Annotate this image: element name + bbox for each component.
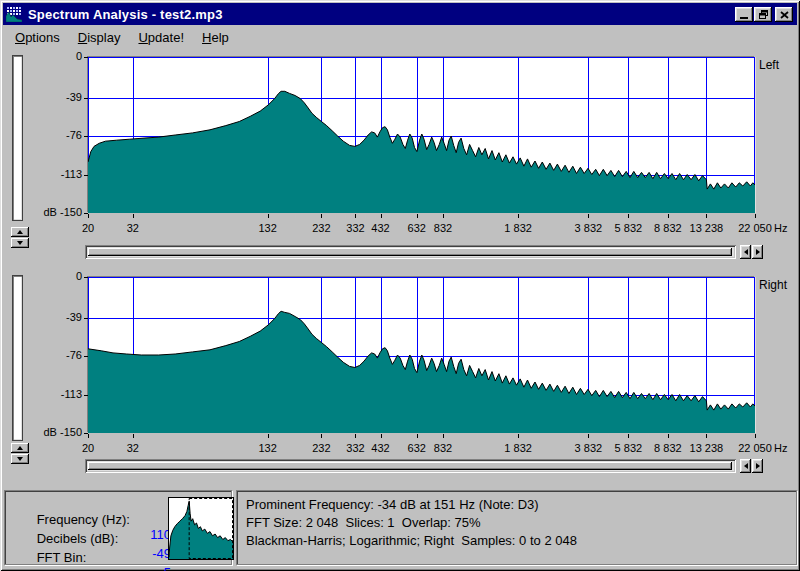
x-tick-mark [355, 214, 356, 218]
x-tick-mark [321, 434, 322, 438]
app-icon [6, 6, 22, 22]
x-tick-label: 22 050 [738, 222, 772, 234]
x-tick-mark [628, 214, 629, 218]
menubar: Options Display Update! Help [6, 28, 238, 46]
y-tick-label: dB -150 [20, 426, 82, 438]
x-tick-mark [268, 434, 269, 438]
x-tick-mark [628, 434, 629, 438]
scrollbar-thumb-left[interactable] [88, 248, 732, 256]
slider-up-button-left[interactable] [11, 227, 29, 237]
x-tick-label: 20 [82, 442, 94, 454]
h-scrollbar-left[interactable] [85, 245, 736, 259]
x-tick-label: 32 [127, 222, 139, 234]
menu-item-help[interactable]: Help [193, 28, 238, 46]
slider-down-button-right[interactable] [11, 454, 29, 464]
down-arrow-icon [17, 241, 23, 245]
menu-item-options[interactable]: Options [6, 28, 69, 46]
channel-group-right: Right 20321322323324326328321 8323 8325 … [0, 277, 800, 497]
left-arrow-icon [744, 463, 748, 469]
y-tick-label: 0 [20, 270, 82, 282]
x-tick-mark [355, 434, 356, 438]
x-tick-label: 432 [371, 222, 389, 234]
menu-item-display[interactable]: Display [69, 28, 130, 46]
slider-up-button-right[interactable] [11, 443, 29, 453]
channel-group-left: Left 20321322323324326328321 8323 8325 8… [0, 57, 800, 277]
x-tick-label: 232 [312, 442, 330, 454]
y-tick-mark [84, 57, 88, 58]
x-tick-mark [88, 214, 89, 218]
x-tick-label: 832 [434, 222, 452, 234]
y-tick-label: -76 [20, 349, 82, 361]
y-tick-label: 0 [20, 50, 82, 62]
x-tick-label: 832 [434, 442, 452, 454]
fft-bin-label: FFT Bin: [37, 550, 87, 565]
x-tick-mark [133, 434, 134, 438]
y-tick-mark [84, 356, 88, 357]
right-arrow-icon [756, 249, 760, 255]
slider-down-button-left[interactable] [11, 238, 29, 248]
frequency-row: Frequency (Hz): 110 [15, 497, 130, 515]
x-tick-label: 132 [258, 442, 276, 454]
scroll-left-button-right[interactable] [740, 459, 751, 473]
y-tick-label: -113 [20, 388, 82, 400]
y-tick-mark [84, 395, 88, 396]
x-tick-mark [321, 214, 322, 218]
x-tick-mark [518, 434, 519, 438]
x-tick-mark [417, 434, 418, 438]
scroll-left-button-left[interactable] [740, 245, 751, 259]
y-tick-label: -39 [20, 311, 82, 323]
x-tick-mark [417, 214, 418, 218]
spectrum-plot-left[interactable] [88, 57, 755, 213]
y-tick-mark [84, 277, 88, 278]
channel-label-right: Right [759, 278, 787, 292]
x-tick-label: 332 [346, 442, 364, 454]
overview-thumbnail[interactable] [168, 497, 234, 560]
h-scrollbar-right[interactable] [85, 459, 736, 473]
scrollbar-thumb-right[interactable] [88, 462, 732, 470]
minimize-button[interactable] [735, 7, 753, 22]
y-tick-mark [84, 213, 88, 214]
window-title: Spectrum Analysis - test2.mp3 [28, 7, 223, 22]
x-tick-mark [706, 434, 707, 438]
x-tick-label: 8 832 [654, 442, 682, 454]
restore-button[interactable] [754, 7, 772, 22]
y-tick-mark [84, 175, 88, 176]
decibels-row: Decibels (dB): -49 [15, 516, 118, 534]
x-tick-label: 1 832 [504, 442, 532, 454]
app-window: Spectrum Analysis - test2.mp3 Options [0, 0, 800, 571]
y-tick-mark [84, 98, 88, 99]
x-tick-label: 8 832 [654, 222, 682, 234]
menu-item-update[interactable]: Update! [129, 28, 193, 46]
scroll-right-button-right[interactable] [752, 459, 763, 473]
x-tick-mark [518, 214, 519, 218]
x-tick-label: 1 832 [504, 222, 532, 234]
x-tick-label: 132 [258, 222, 276, 234]
x-tick-mark [755, 214, 756, 218]
decibels-value: -49 [119, 546, 171, 561]
y-tick-mark [84, 318, 88, 319]
y-tick-label: -113 [20, 168, 82, 180]
prominent-frequency-line: Prominent Frequency: -34 dB at 151 Hz (N… [246, 497, 539, 512]
x-tick-label: 632 [408, 222, 426, 234]
x-tick-label: 332 [346, 222, 364, 234]
scroll-right-button-left[interactable] [752, 245, 763, 259]
y-tick-label: -76 [20, 129, 82, 141]
x-tick-label: 32 [127, 442, 139, 454]
spectrum-plot-right[interactable] [88, 277, 755, 433]
x-tick-mark [668, 214, 669, 218]
left-arrow-icon [744, 249, 748, 255]
y-tick-mark [84, 136, 88, 137]
x-tick-mark [588, 214, 589, 218]
window-titlebar[interactable]: Spectrum Analysis - test2.mp3 [3, 3, 797, 25]
x-tick-label: 3 832 [575, 222, 603, 234]
channel-label-left: Left [759, 58, 779, 72]
x-tick-mark [88, 434, 89, 438]
x-tick-label: 20 [82, 222, 94, 234]
up-arrow-icon [17, 446, 23, 450]
restore-icon [759, 10, 768, 19]
x-tick-label: 232 [312, 222, 330, 234]
down-arrow-icon [17, 457, 23, 461]
close-button[interactable] [775, 7, 793, 22]
x-tick-label: 5 832 [615, 442, 643, 454]
x-tick-mark [268, 214, 269, 218]
